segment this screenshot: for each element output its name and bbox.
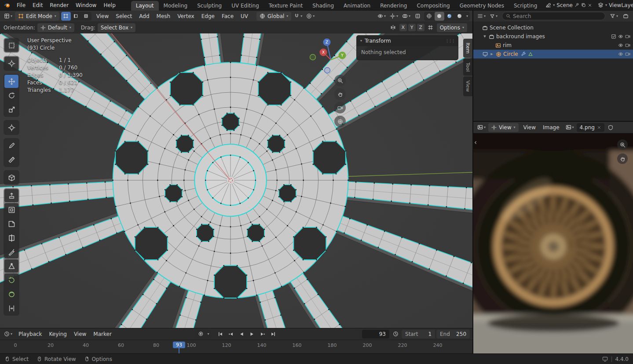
image-editor-canvas[interactable]: ‹ (473, 133, 633, 353)
next-keyframe-button[interactable] (258, 330, 267, 339)
wrench-icon[interactable] (521, 51, 526, 57)
chevron-right-icon[interactable]: ▶ (490, 52, 494, 56)
snap-toggle-button[interactable]: ▾ (293, 12, 304, 21)
workspace-tab-compositing[interactable]: Compositing (412, 1, 454, 11)
timeline-menu-keying[interactable]: Keying (46, 330, 70, 339)
reference-image[interactable] (473, 133, 633, 353)
sidebar-tab-item[interactable]: Item (463, 39, 472, 58)
jump-to-end-button[interactable] (268, 330, 278, 339)
annotate-tool-button[interactable] (4, 139, 18, 152)
solid-shading-button[interactable] (435, 12, 444, 21)
material-shading-button[interactable] (445, 12, 454, 21)
timeline-menu-view[interactable]: View (70, 330, 90, 339)
current-frame-field[interactable]: 93 (362, 330, 389, 339)
new-scene-icon[interactable] (581, 3, 586, 7)
face-select-mode-button[interactable] (81, 12, 91, 21)
sidebar-tab-view[interactable]: View (463, 76, 472, 96)
move-tool-button[interactable] (4, 75, 18, 88)
eye-icon[interactable] (618, 34, 623, 39)
outliner-row-scene-collection[interactable]: Scene Collection (473, 23, 633, 32)
navigation-gizmo[interactable]: ZXY (309, 35, 351, 76)
transform-tool-button[interactable] (4, 121, 18, 134)
editor-type-button[interactable]: ▾ (3, 12, 14, 21)
camera-icon[interactable] (625, 43, 630, 48)
edge-select-mode-button[interactable] (71, 12, 81, 21)
viewport-canvas[interactable]: User Perspective (93) Circle Objects1 / … (0, 33, 472, 328)
close-scene-icon[interactable] (588, 3, 592, 7)
panel-grip-icon[interactable]: ⋮⋮⋮ (445, 39, 454, 43)
new-collection-button[interactable] (621, 12, 630, 21)
region-expand-arrow[interactable]: ‹ (474, 138, 477, 146)
mirror-options-button[interactable] (388, 23, 398, 32)
inset-faces-tool-button[interactable] (4, 203, 18, 216)
workspace-tab-sculpting[interactable]: Sculpting (192, 1, 227, 11)
image-menu-image[interactable]: Image (539, 123, 563, 132)
unlink-image-icon[interactable] (597, 125, 601, 130)
viewport-menu-mesh[interactable]: Mesh (153, 12, 174, 21)
rotate-tool-button[interactable] (4, 89, 18, 102)
outliner-row-rim[interactable]: rim (473, 41, 633, 50)
topbar-menu-render[interactable]: Render (46, 1, 72, 10)
outliner-display-mode-button[interactable]: ▾ (488, 12, 499, 21)
outliner-editor-type-button[interactable]: ▾ (476, 12, 487, 21)
playhead-line[interactable] (179, 348, 179, 353)
perspective-toggle-button[interactable] (334, 116, 346, 127)
timeline-menu-marker[interactable]: Marker (90, 330, 115, 339)
play-button[interactable] (247, 330, 257, 339)
blender-logo-icon[interactable] (4, 2, 11, 8)
bevel-tool-button[interactable] (4, 217, 18, 230)
workspace-tab-uv-editing[interactable]: UV Editing (227, 1, 264, 11)
topbar-menu-file[interactable]: File (13, 1, 29, 10)
pin-icon[interactable] (574, 3, 579, 7)
viewlayer-selector[interactable]: ▾ ViewLayer (595, 2, 633, 8)
orientation-dropdown[interactable]: Default ▾ (37, 23, 74, 32)
jump-to-start-button[interactable] (216, 330, 225, 339)
camera-view-button[interactable] (334, 102, 346, 113)
viewport-3d-mesh[interactable] (0, 33, 472, 328)
frame-start-field[interactable]: Start 1 (402, 330, 435, 339)
sidebar-tab-tool[interactable]: Tool (463, 58, 472, 76)
collapse-chevron-icon[interactable]: ▾ (360, 39, 362, 43)
extrude-region-tool-button[interactable] (4, 189, 18, 202)
axis-x-button[interactable]: X (399, 24, 407, 31)
scale-tool-button[interactable] (4, 103, 18, 116)
poly-build-tool-button[interactable] (4, 259, 18, 273)
mesh-data-icon[interactable] (528, 51, 533, 57)
transform-orientation-dropdown[interactable]: Global ▾ (256, 12, 291, 21)
measure-tool-button[interactable] (4, 153, 18, 166)
camera-icon[interactable] (625, 34, 630, 39)
eye-icon[interactable] (618, 43, 623, 48)
workspace-tab-geometry-nodes[interactable]: Geometry Nodes (455, 1, 509, 11)
loop-cut-tool-button[interactable] (4, 231, 18, 244)
workspace-tab-scripting[interactable]: Scripting (509, 1, 542, 11)
snap-settings-button[interactable] (426, 23, 435, 32)
viewport-menu-select[interactable]: Select (112, 12, 135, 21)
image-menu-view[interactable]: View (520, 123, 539, 132)
axis-z-button[interactable]: Z (417, 24, 424, 31)
outliner-filter-button[interactable]: ▾ (608, 12, 619, 21)
zoom-button[interactable] (334, 75, 346, 86)
workspace-tab-texture-paint[interactable]: Texture Paint (264, 1, 307, 11)
outliner-row-circle[interactable]: ▶Circle (473, 50, 633, 58)
viewport-menu-face[interactable]: Face (218, 12, 237, 21)
smooth-tool-button[interactable] (4, 288, 18, 301)
knife-tool-button[interactable] (4, 245, 18, 258)
scene-selector[interactable]: ▾ Scene (543, 2, 595, 8)
chevron-down-icon[interactable]: ▼ (483, 35, 487, 38)
workspace-tab-layout[interactable]: Layout (131, 1, 159, 11)
workspace-tab-animation[interactable]: Animation (339, 1, 375, 11)
outliner-row-backround-images[interactable]: ▼backround images (473, 32, 633, 41)
transform-panel-header[interactable]: ▾ Transform ⋮⋮⋮ (357, 36, 458, 46)
select-box-tool-button[interactable] (4, 39, 18, 52)
proportional-edit-button[interactable]: ▾ (305, 12, 316, 21)
outliner-search[interactable] (502, 12, 605, 20)
axis-y-button[interactable]: Y (408, 24, 416, 31)
image-editor-type-button[interactable]: ▾ (476, 123, 487, 132)
timeline-menu-playback[interactable]: Playback (15, 330, 46, 339)
browse-image-button[interactable]: ▾ (564, 123, 575, 132)
use-preview-range-button[interactable] (391, 330, 400, 339)
viewport-menu-vertex[interactable]: Vertex (174, 12, 198, 21)
topbar-menu-window[interactable]: Window (72, 1, 100, 10)
image-mode-dropdown[interactable]: View ▾ (488, 123, 519, 132)
outliner-search-input[interactable] (513, 13, 601, 19)
